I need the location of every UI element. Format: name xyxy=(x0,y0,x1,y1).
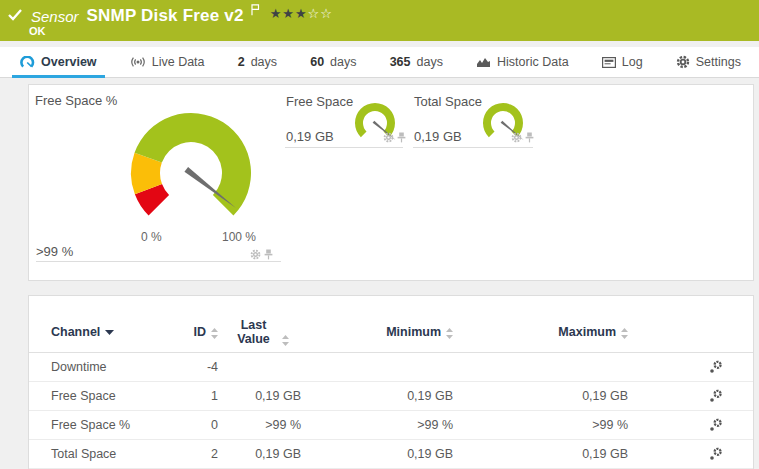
sensor-header: Sensor SNMP Disk Free v2 ★★★☆☆ OK xyxy=(0,0,759,41)
tab-label: Live Data xyxy=(152,55,205,69)
table-row-free-space: Free Space 1 0,19 GB 0,19 GB 0,19 GB xyxy=(29,382,753,411)
tab-historic-data[interactable]: Historic Data xyxy=(472,47,573,77)
main-gauge-value: >99 % xyxy=(36,244,73,259)
column-label: ID xyxy=(194,325,207,339)
tab-live-data[interactable]: Live Data xyxy=(126,47,209,77)
tab-number: 365 xyxy=(390,55,411,69)
table-row-free-space-percent: Free Space % 0 >99 % >99 % >99 % xyxy=(29,411,753,440)
sort-icon xyxy=(282,335,289,346)
channel-settings-icon[interactable] xyxy=(709,447,723,461)
table-row-downtime: Downtime -4 xyxy=(29,353,753,382)
channel-name: Downtime xyxy=(51,360,171,374)
main-gauge-title: Free Space % xyxy=(35,93,117,108)
channel-settings-icon[interactable] xyxy=(709,389,723,403)
gauges-panel: Free Space % 0 % 100 % >99 % Free Space … xyxy=(28,84,754,281)
tab-2-days[interactable]: 2 days xyxy=(234,47,281,77)
tab-log[interactable]: Log xyxy=(598,47,647,77)
channel-name: Total Space xyxy=(51,447,171,461)
column-label: Channel xyxy=(51,325,100,339)
table-header-row: Channel ID Last Value Minimum Maximum xyxy=(29,296,753,352)
channel-minimum: >99 % xyxy=(301,418,453,432)
column-label: Last Value xyxy=(231,318,277,346)
gear-icon[interactable] xyxy=(383,132,394,143)
sensor-title: SNMP Disk Free v2 xyxy=(87,6,244,26)
sort-icon xyxy=(446,328,453,339)
gauge-scale-min: 0 % xyxy=(141,230,162,244)
tab-number: 2 xyxy=(238,55,245,69)
mini-gauge-value: 0,19 GB xyxy=(414,129,462,144)
status-ok-check-icon xyxy=(8,7,22,25)
column-header-minimum[interactable]: Minimum xyxy=(301,325,453,345)
tab-label: Overview xyxy=(41,55,97,69)
column-header-last-value[interactable]: Last Value xyxy=(218,318,301,352)
channel-id: 2 xyxy=(171,447,218,461)
tab-label: days xyxy=(417,55,443,69)
channel-table-panel: Channel ID Last Value Minimum Maximum xyxy=(28,295,754,469)
channel-name: Free Space xyxy=(51,389,171,403)
tab-label: Settings xyxy=(696,55,741,69)
channel-last-value: 0,19 GB xyxy=(218,447,301,461)
channel-settings-icon[interactable] xyxy=(709,418,723,432)
mini-gauge-value: 0,19 GB xyxy=(286,129,334,144)
star-filled-icons[interactable]: ★★★ xyxy=(270,6,308,21)
pin-icon[interactable] xyxy=(525,132,534,143)
section-divider xyxy=(413,147,533,148)
column-header-id[interactable]: ID xyxy=(171,325,218,345)
mini-gauge-actions xyxy=(383,132,406,143)
channel-id: 0 xyxy=(171,418,218,432)
column-label: Maximum xyxy=(558,325,616,339)
tab-365-days[interactable]: 365 days xyxy=(386,47,447,77)
channel-settings-icon[interactable] xyxy=(709,360,723,374)
object-kind-label: Sensor xyxy=(31,8,79,25)
star-empty-icons[interactable]: ☆☆ xyxy=(308,6,333,21)
mini-gauge-actions xyxy=(511,132,534,143)
tab-bar: Overview Live Data 2 days 60 days xyxy=(0,47,759,78)
tab-label: days xyxy=(251,55,277,69)
mini-gauge-title: Free Space xyxy=(286,94,353,109)
channel-last-value: >99 % xyxy=(218,418,301,432)
caret-down-icon xyxy=(105,330,114,335)
tab-label: days xyxy=(330,55,356,69)
channel-maximum: 0,19 GB xyxy=(453,447,628,461)
gear-icon xyxy=(676,55,690,69)
tab-overview[interactable]: Overview xyxy=(16,47,101,77)
gear-icon[interactable] xyxy=(511,132,522,143)
tab-label: Log xyxy=(622,55,643,69)
channel-name: Free Space % xyxy=(51,418,171,432)
column-header-maximum[interactable]: Maximum xyxy=(453,325,628,345)
channel-last-value: 0,19 GB xyxy=(218,389,301,403)
sort-icon xyxy=(211,328,218,339)
tab-60-days[interactable]: 60 days xyxy=(306,47,360,77)
channel-maximum: 0,19 GB xyxy=(453,389,628,403)
live-data-icon xyxy=(130,56,146,68)
channel-minimum: 0,19 GB xyxy=(301,447,453,461)
tab-label: Historic Data xyxy=(497,55,569,69)
channel-minimum: 0,19 GB xyxy=(301,389,453,403)
channel-id: -4 xyxy=(171,360,218,374)
main-gauge-actions xyxy=(250,249,273,260)
section-divider xyxy=(285,147,403,148)
channel-id: 1 xyxy=(171,389,218,403)
tab-number: 60 xyxy=(310,55,324,69)
historic-data-icon xyxy=(476,56,491,68)
tab-settings[interactable]: Settings xyxy=(672,47,745,77)
column-header-channel[interactable]: Channel xyxy=(51,325,171,345)
channel-maximum: >99 % xyxy=(453,418,628,432)
gauge-scale-max: 100 % xyxy=(222,230,256,244)
log-icon xyxy=(602,57,616,68)
mini-gauge-title: Total Space xyxy=(414,94,482,109)
gear-icon[interactable] xyxy=(250,249,261,260)
priority-stars[interactable]: ★★★☆☆ xyxy=(270,6,333,21)
status-badge: OK xyxy=(29,25,46,37)
section-divider xyxy=(36,261,281,262)
flag-icon[interactable] xyxy=(251,2,260,20)
prtg-sensor-page: Sensor SNMP Disk Free v2 ★★★☆☆ OK Overvi… xyxy=(0,0,759,469)
free-space-percent-gauge xyxy=(119,101,269,241)
table-row-total-space: Total Space 2 0,19 GB 0,19 GB 0,19 GB xyxy=(29,440,753,469)
sort-icon xyxy=(621,328,628,339)
gauge-icon xyxy=(20,56,35,69)
pin-icon[interactable] xyxy=(264,249,273,260)
pin-icon[interactable] xyxy=(397,132,406,143)
column-label: Minimum xyxy=(386,325,441,339)
